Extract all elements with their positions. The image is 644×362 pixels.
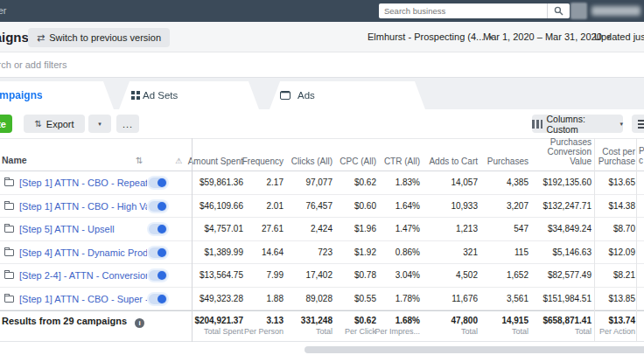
table-row: [Step 5] ATTN - Upsell $4,757.01 27.61 2… xyxy=(0,218,644,241)
campaign-name-link[interactable]: [Step 1] ATTN - CBO - Repeat Buyers L... xyxy=(19,171,147,194)
tab-campaigns[interactable]: Campaigns xyxy=(0,81,114,109)
ads-manager-screen: Ads Manager Campaigns ⇄ Switch to previo… xyxy=(0,0,644,362)
folder-icon xyxy=(4,249,14,256)
cell-adds-to-cart: 4,502 xyxy=(420,264,478,286)
sort-icon[interactable]: ⇅ xyxy=(136,156,143,165)
switch-previous-version-button[interactable]: ⇄ Switch to previous version xyxy=(28,28,170,47)
columns-dropdown-button[interactable]: Columns: Custom ▾ xyxy=(532,115,623,133)
column-header-ctr[interactable]: CTR (All) xyxy=(372,157,420,166)
cell-cost-per-purchase: $12.09 xyxy=(592,241,635,263)
export-button-label: Export xyxy=(46,119,74,129)
cell-clicks: 97,077 xyxy=(280,171,332,193)
column-divider xyxy=(594,138,595,342)
account-selector-dropdown[interactable]: Elmhurst - Prospecting (4... ▾ xyxy=(368,22,493,52)
cell-purchases-conversion-value: $151,984.51 xyxy=(534,288,592,310)
app-title: Ads Manager xyxy=(0,0,6,22)
table-row: [Step 1] ATTN - CBO - Repeat Buyers L...… xyxy=(0,171,644,195)
column-header-cost-per-purchase[interactable]: Cost per Purchase xyxy=(592,147,635,166)
column-header-frequency[interactable]: Frequency xyxy=(231,157,284,166)
tab-ads[interactable]: Ads xyxy=(270,81,425,109)
cell-cpc: $0.60 xyxy=(328,195,376,217)
cell-purchases: 115 xyxy=(476,241,528,263)
updated-status: Updated just now xyxy=(594,22,644,52)
campaign-toggle[interactable] xyxy=(149,178,167,188)
avatar[interactable] xyxy=(570,3,587,19)
cell-ctr: 1.64% xyxy=(372,195,420,217)
tab-ads-label: Ads xyxy=(298,90,315,101)
toggle-knob xyxy=(158,295,166,303)
total-cost-per-purchase: $13.74Per Action xyxy=(592,316,635,337)
caret-down-icon: ▾ xyxy=(98,121,102,127)
info-icon[interactable]: i xyxy=(135,318,144,328)
cell-purchases-conversion-value: $34,849.24 xyxy=(534,218,592,240)
horizontal-scrollbar[interactable] xyxy=(304,346,644,353)
total-purchases: 14,915Total xyxy=(476,316,528,337)
table-header: Name ⇅ ⚠ Amount Spent Frequency Clicks (… xyxy=(0,138,644,171)
total-clicks: 331,248Total xyxy=(280,316,332,337)
campaign-name-link[interactable]: [Step 4] ATTN - Dynamic Product Catal... xyxy=(19,241,147,264)
create-button[interactable]: Create xyxy=(0,115,12,133)
export-button[interactable]: ⇅ Export xyxy=(24,115,85,133)
cell-purchases: 1,652 xyxy=(476,264,528,286)
switch-arrows-icon: ⇄ xyxy=(37,32,45,44)
cell-adds-to-cart: 11,676 xyxy=(420,288,478,310)
date-range-dropdown[interactable]: Mar 1, 2020 – Mar 31, 2020 ▾ xyxy=(483,22,610,52)
campaign-name-link[interactable]: [Step 1] ATTN - CBO - High Value - 1 A..… xyxy=(19,195,147,218)
column-header-partial-line2: c xyxy=(639,156,643,165)
column-header-purchases[interactable]: Purchases xyxy=(476,157,528,166)
more-options-button[interactable]: ... xyxy=(116,115,139,133)
cell-adds-to-cart: 10,933 xyxy=(420,195,478,217)
results-summary-label: Results from 29 campaigns xyxy=(2,316,127,326)
cell-frequency: 1.88 xyxy=(231,288,284,310)
campaign-toggle[interactable] xyxy=(149,224,167,234)
campaign-name-link[interactable]: [Step 1] ATTN - CBO - Super - 1 Ad Set .… xyxy=(19,288,147,310)
cell-purchases: 547 xyxy=(476,218,528,240)
total-adds-to-cart: 47,800Total xyxy=(420,316,478,337)
column-header-partial-line1: P xyxy=(639,146,644,156)
ads-frame-icon xyxy=(280,91,290,100)
table-toolbar: Create ⇅ Export ▾ ... Columns: Custom ▾ xyxy=(0,109,644,138)
campaign-toggle[interactable] xyxy=(149,247,167,258)
cell-ctr: 1.47% xyxy=(372,218,420,240)
column-header-name[interactable]: Name xyxy=(2,155,27,165)
cell-purchases-conversion-value: $192,135.60 xyxy=(534,171,592,193)
cell-frequency: 2.17 xyxy=(231,171,284,193)
cell-ctr: 3.04% xyxy=(372,264,420,286)
cell-cpc: $1.96 xyxy=(328,218,376,240)
export-dropdown-button[interactable]: ▾ xyxy=(88,115,111,133)
cell-cost-per-purchase: $13.65 xyxy=(592,171,635,193)
campaign-toggle[interactable] xyxy=(149,294,167,304)
columns-icon xyxy=(532,120,542,129)
search-button[interactable] xyxy=(547,3,570,18)
cell-purchases: 3,561 xyxy=(476,288,528,310)
campaign-toggle[interactable] xyxy=(149,270,167,281)
breakdown-button[interactable] xyxy=(632,115,644,133)
table-row: [Step 4] ATTN - Dynamic Product Catal...… xyxy=(0,241,644,265)
column-header-adds-to-cart[interactable]: Adds to Cart xyxy=(420,157,478,166)
cell-cost-per-purchase: $14.38 xyxy=(592,195,635,217)
folder-icon xyxy=(4,272,14,279)
cell-clicks: 17,402 xyxy=(280,264,332,286)
cell-ctr: 1.78% xyxy=(372,288,420,310)
folder-icon xyxy=(4,296,14,303)
user-name-blurred xyxy=(592,6,640,16)
cell-frequency: 14.64 xyxy=(231,241,284,263)
folder-icon xyxy=(4,226,14,233)
column-header-cpc[interactable]: CPC (All) xyxy=(328,157,376,166)
campaign-name-link[interactable]: [Step 2-4] - ATTN - Conversion xyxy=(19,264,147,287)
table-row: [Step 1] ATTN - CBO - High Value - 1 A..… xyxy=(0,195,644,219)
campaign-toggle[interactable] xyxy=(149,201,167,212)
column-divider xyxy=(636,138,637,342)
tab-ad-sets-label: Ad Sets xyxy=(143,90,178,101)
date-range-label: Mar 1, 2020 – Mar 31, 2020 xyxy=(483,22,602,52)
search-input[interactable] xyxy=(379,3,547,18)
filter-bar[interactable]: Search or add filters xyxy=(0,52,644,78)
cell-purchases: 3,207 xyxy=(476,195,528,217)
cell-frequency: 7.99 xyxy=(231,264,284,286)
campaign-name-link[interactable]: [Step 5] ATTN - Upsell xyxy=(19,218,147,240)
column-header-clicks[interactable]: Clicks (All) xyxy=(280,157,332,166)
tab-ad-sets[interactable]: Ad Sets xyxy=(119,81,259,109)
cell-purchases-conversion-value: $5,146.63 xyxy=(534,241,592,263)
column-header-purchases-conversion-value[interactable]: Purchases Conversion Value xyxy=(534,137,592,166)
cell-purchases: 4,385 xyxy=(476,171,528,193)
